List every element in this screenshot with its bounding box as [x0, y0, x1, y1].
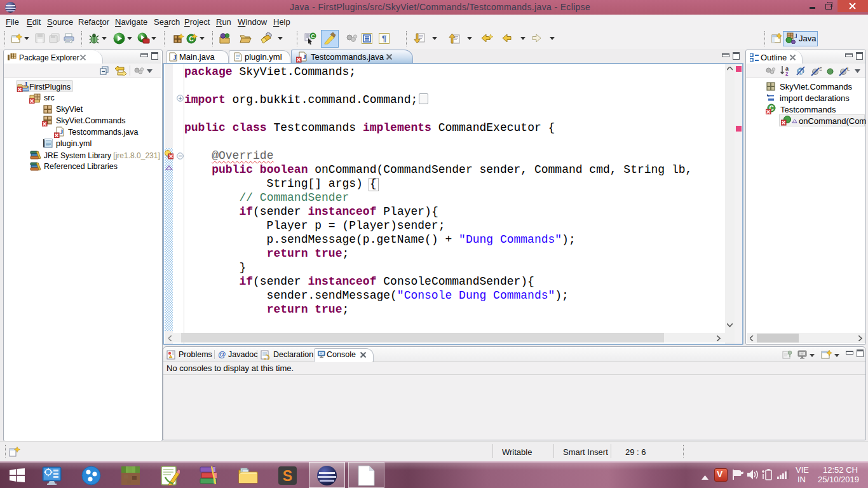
svg-text:J: J [173, 53, 177, 61]
svg-text:J: J [60, 128, 64, 135]
svg-text:L: L [847, 66, 850, 72]
svg-text:¶: ¶ [382, 34, 386, 43]
svg-text:S: S [819, 66, 822, 72]
svg-text:S: S [283, 468, 292, 484]
svg-text:C: C [311, 33, 315, 39]
svg-text:J: J [794, 32, 797, 39]
svg-text:z: z [785, 71, 789, 76]
svg-text:J: J [24, 81, 27, 88]
svg-text:J: J [303, 53, 307, 60]
